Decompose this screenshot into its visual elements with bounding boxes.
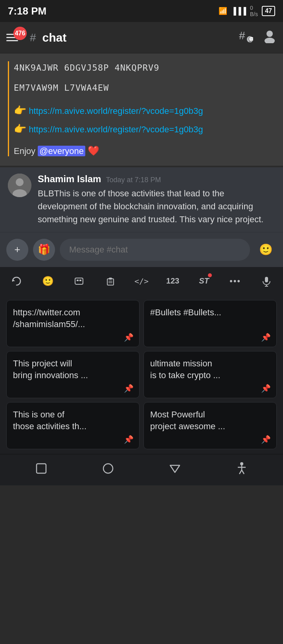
svg-rect-19 xyxy=(37,464,46,473)
svg-point-20 xyxy=(103,464,113,473)
svg-text:#: # xyxy=(239,29,245,42)
smiley-icon: 🙂 xyxy=(259,243,273,256)
status-time: 7:18 PM xyxy=(8,5,46,17)
message-header: Shamim Islam Today at 7:18 PM xyxy=(38,174,275,185)
svg-rect-13 xyxy=(109,278,112,280)
battery-indicator: 47 xyxy=(262,6,275,16)
svg-text:💬: 💬 xyxy=(248,36,253,42)
123-icon: 123 xyxy=(166,276,179,285)
pin-icon-3: 📌 xyxy=(261,383,271,394)
svg-marker-21 xyxy=(170,465,180,472)
keyboard-toolbar: 🙂 </> 123 ST ••• xyxy=(0,267,283,295)
enjoy-text: Enjoy xyxy=(14,146,38,156)
gift-icon: 🎁 xyxy=(38,243,50,256)
search-channel-icon[interactable]: # 💬 xyxy=(239,29,253,46)
message-timestamp: Today at 7:18 PM xyxy=(106,176,161,184)
kb-more-icon[interactable]: ••• xyxy=(225,271,246,291)
pin-icon-4: 📌 xyxy=(124,434,134,445)
message-input[interactable] xyxy=(60,239,250,261)
kb-sticker-icon[interactable] xyxy=(69,271,89,291)
quick-reply-card-2[interactable]: This project will bring innovations ... … xyxy=(6,351,140,398)
code-brackets-icon: </> xyxy=(134,276,149,286)
quick-reply-text-0: https://twitter.com /shamimislam55/... xyxy=(13,307,85,329)
svg-rect-11 xyxy=(79,280,81,281)
svg-rect-10 xyxy=(77,280,79,281)
kb-mic-icon[interactable] xyxy=(256,271,277,291)
heart-emoji: ❤️ xyxy=(88,145,99,156)
svg-rect-12 xyxy=(107,279,114,285)
channel-header: 476 # chat # 💬 xyxy=(0,22,283,53)
quick-replies-grid: https://twitter.com /shamimislam55/... 📌… xyxy=(0,295,283,454)
quick-reply-card-1[interactable]: #Bullets #Bullets... 📌 xyxy=(143,300,277,347)
style-notification-dot xyxy=(208,273,212,277)
svg-line-26 xyxy=(242,470,244,474)
header-actions: # 💬 xyxy=(239,29,277,46)
pin-icon-5: 📌 xyxy=(261,434,271,445)
pin-icon-0: 📌 xyxy=(124,332,134,343)
quick-reply-text-3: ultimate mission is to take crypto ... xyxy=(150,359,221,381)
kb-clipboard-icon[interactable] xyxy=(100,271,121,291)
svg-line-25 xyxy=(239,470,242,474)
status-bar: 7:18 PM 📶 ▐▐▐ 0B/s 47 xyxy=(0,0,283,22)
register-link-1[interactable]: https://m.avive.world/register/?vcode=1g… xyxy=(29,106,203,116)
quick-reply-text-5: Most Powerful project awesome ... xyxy=(150,410,225,432)
old-message-block: 4NK9AJWR 6DGVJ58P 4NKQPRV9 EM7VAW9M L7VW… xyxy=(0,53,283,166)
svg-marker-8 xyxy=(13,279,15,281)
signal-icon: ▐▐▐ xyxy=(231,7,246,15)
everyone-mention[interactable]: @everyone xyxy=(38,146,85,156)
kb-code-icon[interactable]: </> xyxy=(131,271,152,291)
wifi-icon: 📶 xyxy=(219,7,227,15)
pointing-emoji-2: 👉 xyxy=(14,123,26,135)
emoji-button[interactable]: 🙂 xyxy=(255,239,277,261)
nav-back-icon[interactable] xyxy=(168,461,182,478)
status-icons: 📶 ▐▐▐ 0B/s 47 xyxy=(219,5,275,17)
svg-point-6 xyxy=(16,178,24,186)
nav-square-icon[interactable] xyxy=(34,461,48,478)
header-left: 476 # chat xyxy=(6,30,66,46)
message-content: BLBThis is one of those activities that … xyxy=(38,187,275,226)
kb-numbers-icon[interactable]: 123 xyxy=(163,271,183,291)
svg-rect-16 xyxy=(265,277,268,282)
svg-point-22 xyxy=(240,462,243,465)
menu-line-3 xyxy=(6,40,18,41)
pointing-emoji-1: 👉 xyxy=(14,104,26,116)
avatar xyxy=(8,174,31,197)
nav-circle-icon[interactable] xyxy=(101,461,115,478)
register-link-2[interactable]: https://m.avive.world/register/?vcode=1g… xyxy=(29,124,203,134)
kb-style-icon[interactable]: ST xyxy=(194,271,214,291)
pin-icon-1: 📌 xyxy=(261,332,271,343)
svg-point-3 xyxy=(266,31,273,37)
message-body: Shamim Islam Today at 7:18 PM BLBThis is… xyxy=(38,174,275,226)
nav-accessibility-icon[interactable] xyxy=(235,461,249,478)
svg-rect-9 xyxy=(75,278,83,284)
codes-line-2: EM7VAW9M L7VWA4EW xyxy=(14,81,275,94)
quick-reply-card-3[interactable]: ultimate mission is to take crypto ... 📌 xyxy=(143,351,277,398)
message-username: Shamim Islam xyxy=(38,174,101,185)
message-item: Shamim Islam Today at 7:18 PM BLBThis is… xyxy=(0,167,283,232)
codes-line-1: 4NK9AJWR 6DGVJ58P 4NKQPRV9 xyxy=(14,61,275,74)
message-input-bar: + 🎁 🙂 xyxy=(0,232,283,267)
plus-icon: + xyxy=(14,243,20,256)
quick-reply-card-4[interactable]: This is one of those activities th... 📌 xyxy=(6,402,140,449)
quick-reply-card-0[interactable]: https://twitter.com /shamimislam55/... 📌 xyxy=(6,300,140,347)
quick-reply-text-2: This project will bring innovations ... xyxy=(13,359,88,381)
ellipsis-icon: ••• xyxy=(230,276,241,286)
bottom-navigation xyxy=(0,454,283,485)
svg-point-4 xyxy=(265,38,275,43)
data-speed: 0B/s xyxy=(250,5,258,17)
kb-reload-icon[interactable] xyxy=(6,271,27,291)
members-icon[interactable] xyxy=(263,29,277,46)
quick-reply-card-5[interactable]: Most Powerful project awesome ... 📌 xyxy=(143,402,277,449)
kb-emoji-icon[interactable]: 🙂 xyxy=(38,271,58,291)
pin-icon-2: 📌 xyxy=(124,383,134,394)
channel-hash-icon: # xyxy=(30,31,36,44)
gift-button[interactable]: 🎁 xyxy=(33,239,55,261)
emoji-face-icon: 🙂 xyxy=(42,276,54,287)
menu-button[interactable]: 476 xyxy=(6,30,25,46)
quick-reply-text-1: #Bullets #Bullets... xyxy=(150,307,221,317)
channel-name: chat xyxy=(42,31,67,44)
quick-reply-text-4: This is one of those activities th... xyxy=(13,410,86,432)
style-text-icon: ST xyxy=(199,276,209,285)
notification-badge: 476 xyxy=(13,27,27,40)
add-button[interactable]: + xyxy=(6,239,28,261)
